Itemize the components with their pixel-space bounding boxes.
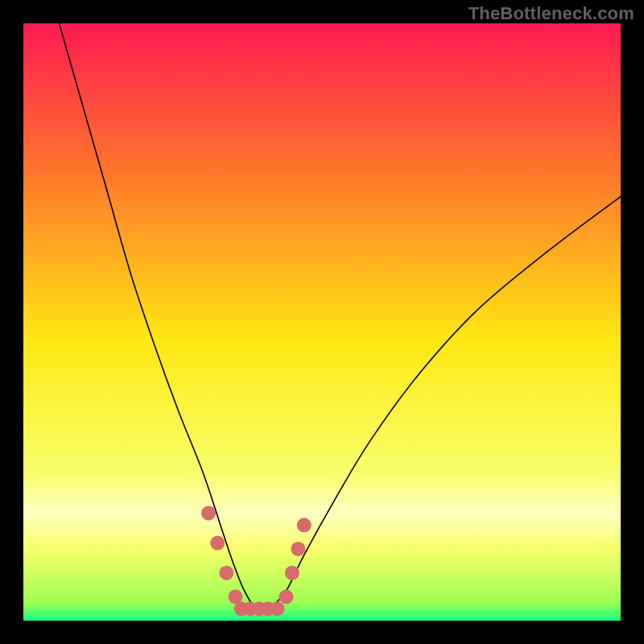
highlight-dot (201, 506, 216, 520)
chart-frame: TheBottleneck.com (0, 0, 644, 644)
highlight-dot (270, 601, 284, 616)
gradient-background (23, 23, 621, 621)
highlight-dot (291, 542, 305, 556)
highlight-dot (210, 536, 225, 551)
highlight-dot (297, 518, 312, 532)
plot-area (23, 23, 621, 621)
watermark-text: TheBottleneck.com (469, 3, 634, 24)
chart-svg (23, 23, 621, 621)
highlight-dot (219, 566, 233, 580)
highlight-dot (279, 589, 293, 604)
highlight-dot (285, 566, 299, 580)
